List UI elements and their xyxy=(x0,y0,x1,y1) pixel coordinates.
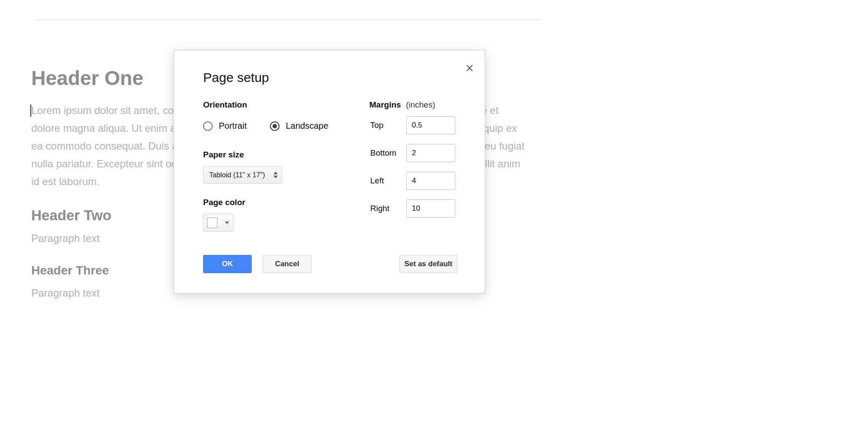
radio-portrait-label: Portrait xyxy=(219,121,247,131)
radio-landscape-label: Landscape xyxy=(286,121,328,131)
margin-right-input[interactable] xyxy=(406,199,455,218)
ok-button[interactable]: OK xyxy=(203,255,252,273)
margin-row-right: Right xyxy=(370,199,455,218)
dialog-title: Page setup xyxy=(203,70,269,85)
margins-label: Margins xyxy=(369,100,401,109)
orientation-label: Orientation xyxy=(203,100,247,110)
page-setup-dialog: Page setup Orientation Portrait Landscap… xyxy=(174,50,485,294)
margin-row-left: Left xyxy=(370,172,455,190)
set-as-default-button[interactable]: Set as default xyxy=(399,255,457,273)
doc-header-one: Header One xyxy=(31,66,143,90)
page-color-picker[interactable] xyxy=(203,214,233,232)
margin-row-bottom: Bottom xyxy=(370,144,455,162)
close-button[interactable] xyxy=(463,62,476,75)
margin-bottom-input[interactable] xyxy=(406,144,455,162)
radio-selected-icon xyxy=(270,121,279,131)
margin-row-top: Top xyxy=(370,116,455,134)
margin-right-label: Right xyxy=(370,204,406,213)
select-arrows-icon xyxy=(273,172,278,178)
orientation-radio-group: Portrait Landscape xyxy=(203,121,328,131)
margins-header: Margins (inches) xyxy=(369,100,435,110)
color-swatch xyxy=(207,218,217,228)
margin-bottom-label: Bottom xyxy=(370,148,406,158)
doc-paragraph-three: Paragraph text xyxy=(31,287,99,299)
doc-header-three: Header Three xyxy=(31,264,109,277)
margins-unit-label: (inches) xyxy=(406,100,435,109)
chevron-down-icon xyxy=(225,222,229,224)
margin-top-input[interactable] xyxy=(406,116,455,134)
page-color-label: Page color xyxy=(203,198,245,207)
text-cursor xyxy=(30,104,31,117)
radio-unselected-icon xyxy=(203,121,213,131)
margin-top-label: Top xyxy=(370,121,406,130)
page-top-divider xyxy=(35,20,542,20)
margin-left-input[interactable] xyxy=(406,172,455,190)
cancel-button[interactable]: Cancel xyxy=(263,255,312,273)
paper-size-value: Tabloid (11" x 17") xyxy=(204,171,265,179)
margin-left-label: Left xyxy=(370,176,406,186)
doc-paragraph-two: Paragraph text xyxy=(31,232,99,245)
radio-portrait[interactable]: Portrait xyxy=(203,121,247,131)
paper-size-label: Paper size xyxy=(203,150,244,160)
doc-header-two: Header Two xyxy=(31,207,112,224)
radio-landscape[interactable]: Landscape xyxy=(270,121,328,131)
close-icon xyxy=(464,62,475,74)
paper-size-select[interactable]: Tabloid (11" x 17") xyxy=(203,166,282,184)
